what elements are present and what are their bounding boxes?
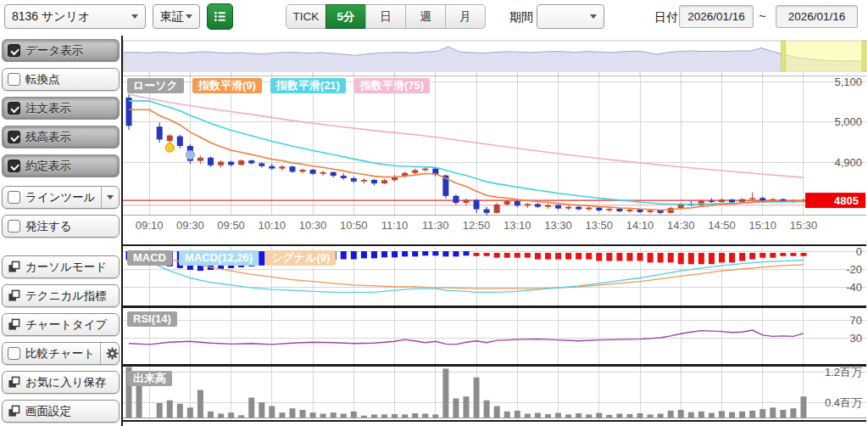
window-icon [8,405,20,418]
sidebar-item-technical-indicators[interactable]: テクニカル指標 [2,284,120,307]
date-label: 日付 [654,10,678,25]
svg-text:10:50: 10:50 [340,219,368,232]
line-tool-dropdown[interactable] [101,187,114,208]
svg-text:13:10: 13:10 [504,219,531,232]
checkbox-icon [8,191,20,204]
volume-bars [126,367,807,418]
svg-text:-20: -20 [846,263,862,276]
sidebar-item-cursor-mode[interactable]: カーソルモード [2,255,120,278]
sidebar-item-line-tool[interactable]: ラインツール [2,186,120,209]
chevron-down-icon [186,14,192,19]
period-selector[interactable] [537,4,604,29]
sidebar-item-order-display[interactable]: 注文表示 [2,97,120,120]
window-icon [8,261,20,273]
svg-text:13:30: 13:30 [544,219,572,232]
sidebar-item-label: テクニカル指標 [25,289,107,304]
svg-text:14:30: 14:30 [667,219,695,232]
checkbox-icon [8,160,20,172]
sidebar-item-label: 約定表示 [25,159,71,174]
chevron-down-icon [107,195,114,199]
navigator-handle-right [862,41,866,71]
svg-text:09:50: 09:50 [217,219,245,232]
checkbox-icon [8,131,20,143]
svg-text:14:50: 14:50 [708,219,736,232]
checkbox-icon [8,44,20,57]
svg-text:10:30: 10:30 [299,219,327,232]
axis-labels: 5,1005,0004,9000-20-4070301.2百万0.4百万09:1… [136,76,862,409]
sidebar-item-label: 発注する [25,219,72,234]
ema9-line [129,109,804,210]
list-icon [213,9,227,24]
sidebar-item-data-display[interactable]: データ表示 [2,39,120,62]
sidebar-item-save-favorite[interactable]: お気に入り保存 [2,371,120,394]
svg-text:14:10: 14:10 [626,219,654,232]
sidebar-item-chart-type[interactable]: チャートタイプ [2,313,120,336]
svg-text:13:50: 13:50 [585,219,613,232]
stock-selector-value: 8136 サンリオ [12,9,90,25]
tab-day[interactable]: 日 [365,4,406,29]
svg-text:30: 30 [850,332,862,345]
sidebar-item-compare-chart[interactable]: 比較チャート [2,342,120,365]
window-icon [8,289,20,302]
exchange-selector[interactable]: 東証 [153,4,200,29]
execution-marker [165,143,174,152]
window-icon [8,376,20,389]
checkbox-icon [8,220,20,233]
chevron-down-icon [131,14,138,19]
execution-marker [186,150,194,159]
svg-text:4805: 4805 [834,194,859,207]
sidebar-item-label: データ表示 [25,43,83,59]
sidebar: データ表示 転換点 注文表示 残高表示 約定表示 ラインツール 発注する [0,36,121,426]
navigator [123,41,866,76]
navigator-selection[interactable] [782,41,866,71]
macd-panel [126,251,807,292]
period-label: 期間 [509,10,533,25]
stock-chart-app: 8136 サンリオ 東証 TICK 5分 日 週 月 期間 日付 2026/01… [0,0,868,426]
sidebar-item-label: 画面設定 [25,404,71,419]
svg-text:-40: -40 [846,281,862,294]
svg-text:15:10: 15:10 [748,219,776,232]
tab-5min[interactable]: 5分 [326,4,366,29]
sidebar-item-turning-point[interactable]: 転換点 [2,68,120,91]
checkbox-icon [8,73,20,86]
sidebar-item-execution-display[interactable]: 約定表示 [2,154,120,177]
svg-text:0.4百万: 0.4百万 [825,396,862,409]
svg-text:11:10: 11:10 [381,219,409,232]
svg-text:4,900: 4,900 [834,156,862,169]
candles [126,94,807,216]
date-from-input[interactable]: 2026/01/16 [679,5,754,28]
sidebar-item-place-order[interactable]: 発注する [2,215,120,238]
navigator-handle-left [782,41,786,71]
svg-text:12:50: 12:50 [463,219,491,232]
sidebar-item-balance-display[interactable]: 残高表示 [2,126,120,149]
compare-chart-settings[interactable] [100,343,119,364]
svg-text:10:10: 10:10 [259,219,287,232]
sidebar-item-label: 転換点 [25,72,60,87]
chart-area: 5,1005,0004,9000-20-4070301.2百万0.4百万09:1… [121,36,868,426]
window-icon [8,318,20,331]
tab-month[interactable]: 月 [445,4,486,29]
svg-text:1.2百万: 1.2百万 [825,366,862,378]
ema21-line [129,101,804,205]
date-range-separator: ~ [759,8,766,23]
stock-list-button[interactable] [207,3,233,30]
tab-tick[interactable]: TICK [286,4,326,29]
checkbox-icon [8,102,20,115]
date-to-input[interactable]: 2026/01/16 [776,5,858,28]
svg-text:09:10: 09:10 [136,219,164,232]
svg-text:09:30: 09:30 [176,219,204,232]
tab-week[interactable]: 週 [405,4,446,29]
gear-icon [106,347,119,360]
sidebar-item-label: チャートタイプ [25,317,107,333]
toolbar: 8136 サンリオ 東証 TICK 5分 日 週 月 期間 日付 2026/01… [0,0,868,36]
ema75-line [129,94,804,177]
checkbox-icon [8,347,20,360]
price-chart[interactable]: 5,1005,0004,9000-20-4070301.2百万0.4百万09:1… [123,36,868,426]
stock-selector[interactable]: 8136 サンリオ [4,4,146,29]
sidebar-item-screen-settings[interactable]: 画面設定 [2,400,120,423]
sidebar-item-label: 注文表示 [25,101,71,116]
current-price-badge: 4805 [805,193,865,208]
gridlines [123,76,866,420]
chevron-down-icon [590,14,597,19]
sidebar-item-label: ラインツール [25,190,96,205]
